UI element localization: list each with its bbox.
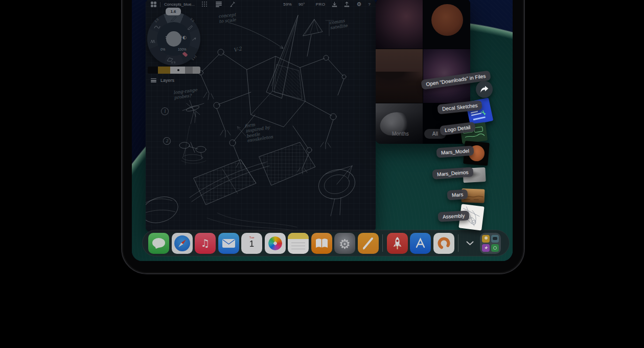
share-forward-button[interactable]	[476, 81, 493, 98]
app-store-a-icon	[410, 233, 431, 254]
tips-mini-icon	[482, 235, 490, 243]
settings-app-icon[interactable]: ⚙	[334, 233, 355, 254]
sketch-pen-app-icon[interactable]	[358, 233, 379, 254]
dock-collapse-button[interactable]	[463, 233, 478, 254]
notes-header-strip	[288, 233, 309, 239]
app-library-icon[interactable]: ★	[480, 233, 501, 254]
calendar-app-icon[interactable]: Tue 1	[241, 233, 262, 254]
forward-arrow-icon	[480, 85, 489, 93]
drag-label-assembly[interactable]: Assembly	[438, 210, 470, 222]
notes-app-icon[interactable]	[288, 233, 309, 254]
calendar-day: 1	[241, 240, 262, 248]
photos-flower-icon	[268, 236, 282, 250]
updates-mini-icon	[491, 244, 499, 252]
notes-line	[291, 249, 305, 250]
books-app-icon[interactable]	[311, 233, 332, 254]
app-store-app-icon[interactable]	[410, 233, 431, 254]
notes-line	[291, 246, 305, 247]
chevron-down-icon	[466, 241, 474, 246]
mail-app-icon[interactable]	[218, 233, 239, 254]
concepts-app-icon[interactable]	[433, 233, 454, 254]
gear-icon: ⚙	[334, 233, 355, 254]
concepts-c-icon	[433, 233, 454, 254]
dock-divider	[458, 234, 458, 252]
rocket-icon	[387, 233, 408, 254]
camera-mini-icon	[491, 235, 499, 243]
pen-icon	[358, 233, 379, 254]
dock: ♫ Tue 1 ⚙	[142, 230, 510, 256]
star-mini-icon: ★	[482, 244, 490, 252]
drag-label-mars[interactable]: Mars	[447, 189, 468, 201]
calendar-weekday: Tue	[241, 236, 262, 239]
dock-divider	[382, 234, 383, 252]
safari-app-icon[interactable]	[172, 233, 193, 254]
open-book-icon	[311, 233, 332, 254]
envelope-icon	[218, 233, 239, 254]
messages-app-icon[interactable]	[148, 233, 169, 254]
music-app-icon[interactable]: ♫	[195, 233, 216, 254]
rocket-app-icon[interactable]	[387, 233, 408, 254]
ipad-device: concept to scale comms satellite V-2 lon…	[121, 0, 525, 274]
notes-line	[291, 243, 305, 244]
ipad-screen: concept to scale comms satellite V-2 lon…	[132, 0, 513, 261]
photos-app-icon[interactable]	[265, 233, 286, 254]
